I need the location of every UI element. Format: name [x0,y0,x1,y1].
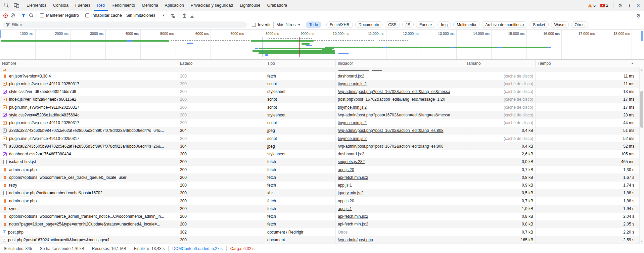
tab-memoria[interactable]: Memoria [138,0,162,11]
table-row[interactable]: index.js?ver=0bf2a944aeb7b60116e2200scri… [0,96,644,103]
initiator-link[interactable]: app.js:20 [338,199,354,203]
table-row[interactable]: plugin.min.js?wp-mce-49110-20250317200sc… [0,119,644,127]
disable-cache-checkbox[interactable]: Inhabilitar caché [85,13,122,18]
throttling-select[interactable]: Sin limitaciones ▼ [126,13,165,18]
tab-lighthouse[interactable]: Lighthouse [236,0,264,11]
errors-badge[interactable]: × 2 [600,3,608,8]
filter-chip-fuente[interactable]: Fuente [416,21,435,28]
overview-left-handle[interactable] [0,30,1,38]
warnings-badge[interactable]: 6 [588,3,596,8]
column-header-estado[interactable]: Estado [178,60,265,67]
table-row[interactable]: retry200fetchapp.js:10,9 kB1,74 s [0,182,644,189]
sort-ascending-icon[interactable]: ▲ [631,62,634,65]
clear-network-log-button[interactable] [11,13,15,17]
initiator-link[interactable]: api-fetch.min.js:2 [338,214,368,219]
tab-aplicaci-n[interactable]: Aplicación [162,0,187,11]
toggle-device-toolbar-icon[interactable] [13,2,20,9]
more-filters-dropdown[interactable]: Más filtros ▼ [276,22,301,27]
initiator-link[interactable]: /wp-admin/post.php?post=16702&action=edi… [338,113,450,117]
column-header-tiempo[interactable]: Tiempo▲ [536,60,639,67]
table-row-clipped[interactable] [0,67,644,72]
initiator-link[interactable]: /wp-admin/post.php?post=16702&action=edi… [338,144,444,149]
network-conditions-icon[interactable] [170,13,176,18]
table-row[interactable]: a333ca82743c605b984702c5e62af7e28505d3cf… [0,127,644,135]
initiator-link[interactable]: app.js:1 [338,206,352,211]
initiator-link[interactable]: tinymce.min.js:2 [338,82,367,86]
initiator-link[interactable]: tinymce.min.js:2 [338,120,367,125]
tab-red[interactable]: Red [94,0,108,11]
table-row[interactable]: admin-ajax.php?action=oembed-cache&post=… [0,189,644,197]
filter-chip-img[interactable]: Img [438,21,451,28]
filter-toggle-icon[interactable] [21,13,26,18]
tab-fuentes[interactable]: Fuentes [72,0,94,11]
initiator-link[interactable]: post.php?post=16702&action=edit&lang=es&… [338,97,445,102]
filter-chip-archivo-de-manifiesto[interactable]: Archivo de manifiesto [482,21,527,28]
table-row[interactable]: en.json?version=3.30.4200fetchdashboard.… [0,72,644,80]
preserve-log-checkbox[interactable]: Mantener registro [40,13,79,18]
import-har-icon[interactable] [190,13,194,18]
table-row[interactable]: plugin.min.js?wp-mce-49110-20250317200sc… [0,80,644,88]
table-row[interactable]: plugin.min.js?wp-mce-49110-20250317200sc… [0,103,644,111]
table-row[interactable]: sync200fetchapp.js:11,0 kB1,94 s [0,205,644,212]
table-row[interactable]: dashboard.css?v=1764687380434200styleshe… [0,150,644,158]
initiator-link[interactable]: app.js:20 [338,167,354,172]
close-devtools-icon[interactable]: × [637,3,640,8]
table-row[interactable]: options?options=woocommerce_admin_transi… [0,213,644,220]
tab-consola[interactable]: Consola [50,0,72,11]
more-options-icon[interactable]: ⋮ [627,3,632,8]
overview-scrollbar-thumb[interactable] [641,31,643,41]
invert-filter-checkbox[interactable]: Invertir [252,22,271,27]
table-row[interactable]: admin-ajax.php200fetchapp.js:200,7 kB1,8… [0,197,644,205]
table-row[interactable]: post.php?post=16702&action=edit&lang=es&… [0,236,644,244]
inspect-element-icon[interactable] [3,2,11,9]
filter-chip-fetch-xhr[interactable]: Fetch/XHR [326,21,353,28]
filter-chip-documento[interactable]: Documento [355,21,382,28]
initiator-link[interactable]: snippets.js:282 [338,159,365,164]
table-row[interactable]: isolated-first.jst200fetchsnippets.js:28… [0,158,644,166]
initiator-link[interactable]: app.js:1 [338,183,352,188]
table-row[interactable]: style.css?ver=45206e1ad6ad4835694c200sty… [0,111,644,119]
column-header-tipo[interactable]: Tipo [265,60,336,67]
table-row[interactable]: admin-ajax.php200fetchapp.js:200,7 kB1,3… [0,166,644,173]
tab-privacidad-y-seguridad[interactable]: Privacidad y seguridad [187,0,236,11]
settings-gear-icon[interactable]: ⚙ [618,3,623,8]
initiator-link[interactable]: api-fetch.min.js:2 [338,175,368,180]
filter-input[interactable]: Filtrar [3,21,247,28]
filter-chip-wasm[interactable]: Wasm [551,21,569,28]
initiator-link[interactable]: /wp-admin/post.php?post=16702&action=edi… [338,89,450,94]
initiator-link[interactable]: dashboard.js:2 [338,152,364,156]
filter-chip-js[interactable]: JS [402,21,414,28]
initiator-link[interactable]: jquery.min.js:2 [338,191,363,195]
initiator-link[interactable]: api-fetch.min.js:2 [338,222,368,226]
scroll-up-icon[interactable]: ▲ [641,68,643,71]
filter-chip-multimedia[interactable]: Multimedia [453,21,479,28]
tab-grabadora[interactable]: Grabadora [264,0,290,11]
initiator-link[interactable]: /wp-admin/post.php?post=16702&action=edi… [338,128,444,133]
initiator-link[interactable]: dashboard.js:2 [338,74,364,79]
record-network-log-button[interactable] [3,13,8,18]
table-row[interactable]: a333ca82743c605b984702c5e62af7e28505d3cf… [0,142,644,150]
table-row[interactable]: plugin.min.js?wp-mce-49110-20250317200sc… [0,135,644,142]
scrollbar-thumb[interactable] [640,91,643,128]
table-row[interactable]: style.css?ver=d97aede0f30f4fddd7d9200sty… [0,88,644,96]
column-header-iniciador[interactable]: Iniciador [336,60,464,67]
network-settings-gear-icon[interactable]: ⚙ [636,13,641,18]
scroll-down-icon[interactable]: ▼ [641,240,643,243]
filter-chip-todo[interactable]: Todo [306,21,321,28]
tab-elementos[interactable]: Elementos [23,0,50,11]
initiator-link[interactable]: tinymce.min.js:2 [338,105,367,110]
column-header-tama-o[interactable]: Tamaño [464,60,536,67]
filter-chip-otros[interactable]: Otros [571,21,588,28]
initiator-link[interactable]: /wp-admin/post.php [338,238,373,242]
table-row[interactable]: options?options=woocommerce_ces_tracks_q… [0,173,644,181]
filter-chip-socket[interactable]: Socket [530,21,549,28]
initiator-link[interactable]: tinymce.min.js:2 [338,136,367,141]
table-row[interactable]: notes?page=1&per_page=25&type=error%2Cup… [0,220,644,228]
export-har-icon[interactable] [182,13,187,18]
table-scrollbar[interactable]: ▲ ▼ [639,67,644,244]
tab-rendimiento[interactable]: Rendimiento [108,0,138,11]
network-overview-timeline[interactable]: 1000 ms2000 ms3000 ms4000 ms5000 ms6000 … [0,30,644,60]
filter-chip-css[interactable]: CSS [385,21,400,28]
table-row[interactable]: post.php302document / RedirigirOtros0,7 … [0,228,644,236]
column-header-nombre[interactable]: Nombre [0,60,178,67]
